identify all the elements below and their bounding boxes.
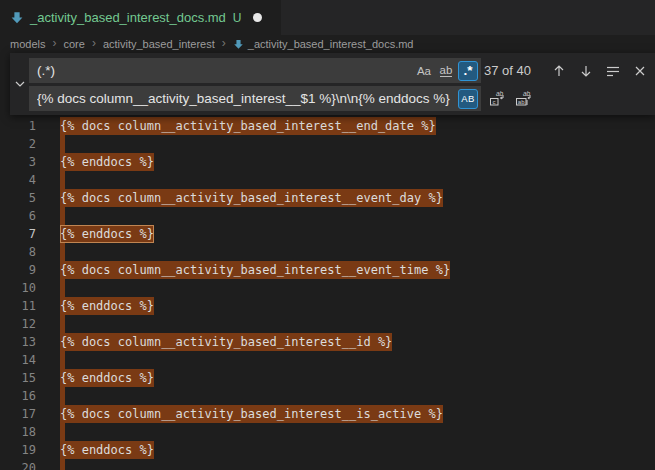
find-match <box>60 243 65 261</box>
svg-text:ab: ab <box>518 99 525 105</box>
line-text <box>60 423 65 441</box>
find-match: {% docs column__activity_based_interest_… <box>60 333 392 351</box>
replace-button[interactable]: ab c <box>489 90 506 107</box>
line-number: 5 <box>0 189 36 207</box>
line-number: 4 <box>0 171 36 189</box>
find-match <box>60 387 65 405</box>
line-text: {% docs column__activity_based_interest_… <box>60 261 450 279</box>
svg-text:ab: ab <box>496 90 504 97</box>
modified-indicator-dot[interactable] <box>253 13 262 22</box>
find-match <box>60 207 65 225</box>
line-text: {% docs column__activity_based_interest_… <box>60 405 443 423</box>
editor-line-1[interactable]: 1{% docs column__activity_based_interest… <box>0 117 655 135</box>
find-in-selection-button[interactable] <box>605 63 621 79</box>
line-number: 3 <box>0 153 36 171</box>
editor-line-12[interactable]: 12 <box>0 315 655 333</box>
find-match: {% docs column__activity_based_interest_… <box>60 117 436 135</box>
find-match <box>60 459 65 470</box>
line-text: {% docs column__activity_based_interest_… <box>60 333 392 351</box>
editor-line-20[interactable]: 20 <box>0 459 655 470</box>
find-match: {% enddocs %} <box>60 297 154 315</box>
line-number: 6 <box>0 207 36 225</box>
editor-line-2[interactable]: 2 <box>0 135 655 153</box>
editor-line-18[interactable]: 18 <box>0 423 655 441</box>
find-match <box>60 135 65 153</box>
editor-line-6[interactable]: 6 <box>0 207 655 225</box>
editor-line-8[interactable]: 8 <box>0 243 655 261</box>
line-number: 17 <box>0 405 36 423</box>
find-match <box>60 423 65 441</box>
editor-line-14[interactable]: 14 <box>0 351 655 369</box>
breadcrumb-item-file[interactable]: _activity_based_interest_docs.md <box>248 38 414 50</box>
editor-line-3[interactable]: 3{% enddocs %} <box>0 153 655 171</box>
find-match: {% enddocs %} <box>60 153 154 171</box>
next-match-button[interactable] <box>578 63 594 79</box>
svg-text:ab: ab <box>523 90 531 97</box>
close-icon[interactable] <box>632 63 648 79</box>
markdown-file-icon <box>233 39 244 50</box>
line-number: 19 <box>0 441 36 459</box>
line-number: 10 <box>0 279 36 297</box>
find-match: {% enddocs %} <box>60 369 154 387</box>
editor-line-5[interactable]: 5{% docs column__activity_based_interest… <box>0 189 655 207</box>
editor[interactable]: 1{% docs column__activity_based_interest… <box>0 117 655 470</box>
find-match <box>60 279 65 297</box>
editor-line-16[interactable]: 16 <box>0 387 655 405</box>
find-input[interactable]: (.*) Aa ab .* <box>29 58 481 83</box>
editor-line-11[interactable]: 11{% enddocs %} <box>0 297 655 315</box>
line-text: {% enddocs %} <box>60 441 154 459</box>
previous-match-button[interactable] <box>551 63 567 79</box>
chevron-right-icon: › <box>222 36 226 50</box>
line-number: 15 <box>0 369 36 387</box>
whole-word-toggle[interactable]: ab <box>436 61 456 81</box>
line-text: {% docs column__activity_based_interest_… <box>60 117 436 135</box>
breadcrumb-item-folder[interactable]: activity_based_interest <box>103 38 215 50</box>
editor-line-13[interactable]: 13{% docs column__activity_based_interes… <box>0 333 655 351</box>
line-text: {% enddocs %} <box>60 297 154 315</box>
breadcrumb-item-models[interactable]: models <box>10 38 45 50</box>
replace-all-button[interactable]: ab ab <box>515 90 532 107</box>
line-text: {% docs column__activity_based_interest_… <box>60 189 443 207</box>
editor-line-4[interactable]: 4 <box>0 171 655 189</box>
regex-toggle[interactable]: .* <box>458 61 478 81</box>
line-text <box>60 135 65 153</box>
collapse-chevron-icon[interactable] <box>13 77 27 91</box>
editor-line-9[interactable]: 9{% docs column__activity_based_interest… <box>0 261 655 279</box>
find-match: {% docs column__activity_based_interest_… <box>60 405 443 423</box>
find-match: {% docs column__activity_based_interest_… <box>60 189 443 207</box>
find-replace-widget: (.*) Aa ab .* 37 of 40 <box>10 53 655 115</box>
editor-line-15[interactable]: 15{% enddocs %} <box>0 369 655 387</box>
find-match: {% enddocs %} <box>60 441 154 459</box>
git-status-badge: U <box>233 11 242 25</box>
line-text <box>60 459 65 470</box>
line-number: 18 <box>0 423 36 441</box>
line-number: 8 <box>0 243 36 261</box>
current-find-match: {% enddocs %} <box>60 225 154 243</box>
replace-input[interactable]: {% docs column__activity_based_interest_… <box>29 86 481 111</box>
editor-line-17[interactable]: 17{% docs column__activity_based_interes… <box>0 405 655 423</box>
preserve-case-toggle[interactable]: AB <box>458 89 478 109</box>
find-input-value: (.*) <box>37 63 412 78</box>
line-number: 14 <box>0 351 36 369</box>
line-number: 16 <box>0 387 36 405</box>
line-number: 7 <box>0 225 36 243</box>
line-text <box>60 243 65 261</box>
line-text <box>60 315 65 333</box>
editor-line-10[interactable]: 10 <box>0 279 655 297</box>
chevron-right-icon: › <box>52 36 56 50</box>
line-text <box>60 207 65 225</box>
svg-text:c: c <box>493 99 496 105</box>
find-match <box>60 315 65 333</box>
line-text: {% enddocs %} <box>60 369 154 387</box>
line-text: {% enddocs %} <box>60 225 154 243</box>
chevron-right-icon: › <box>92 36 96 50</box>
find-match <box>60 171 65 189</box>
breadcrumb-item-core[interactable]: core <box>63 38 84 50</box>
editor-line-7[interactable]: 7{% enddocs %} <box>0 225 655 243</box>
match-case-toggle[interactable]: Aa <box>414 61 434 81</box>
editor-line-19[interactable]: 19{% enddocs %} <box>0 441 655 459</box>
line-number: 12 <box>0 315 36 333</box>
find-match <box>60 351 65 369</box>
tab-active[interactable]: _activity_based_interest_docs.md U <box>0 0 281 35</box>
tab-filename: _activity_based_interest_docs.md <box>30 10 226 25</box>
